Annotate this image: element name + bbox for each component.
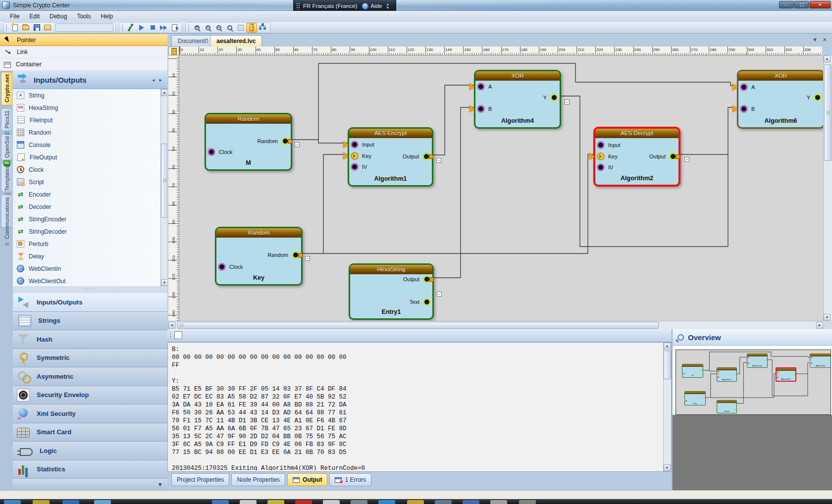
menu-edit[interactable]: Edit [24, 11, 45, 21]
ruler-toggle-button[interactable] [246, 23, 257, 33]
category-inputs-outputs[interactable]: Inputs/Outputs [13, 293, 167, 312]
node-algorithm2[interactable]: AES DecryptInputKeyIVOutputAlgorithm2 [593, 127, 680, 187]
port-input[interactable]: Input [595, 141, 678, 149]
rail-tab-crypto-net[interactable]: Crypto.net [1, 72, 12, 105]
tab-close-icon[interactable]: ✕ [823, 37, 827, 43]
category-symmetric[interactable]: Symmetric [13, 349, 167, 368]
taskbar-icon[interactable] [323, 500, 340, 504]
collapse-box[interactable]: − [437, 292, 442, 297]
tab-output[interactable]: Output [287, 473, 327, 486]
maximize-button[interactable]: ▢ [794, 1, 809, 8]
port-iv[interactable]: IV [349, 163, 432, 171]
category-hash[interactable]: Hash [13, 330, 167, 349]
rail-tab-openssl[interactable]: OpenSsl [1, 134, 12, 160]
new-file-button[interactable] [9, 23, 20, 33]
collapse-box[interactable]: − [305, 256, 310, 261]
output-checkbox[interactable] [174, 331, 182, 339]
canvas-vertical-scrollbar[interactable]: ▲ ▼ [823, 55, 832, 321]
palette-item-string[interactable]: String [13, 89, 167, 101]
zoom-in-button[interactable] [192, 23, 203, 33]
stop-button[interactable] [147, 23, 158, 33]
export-button[interactable] [169, 23, 180, 33]
scroll-up-icon[interactable]: ▲ [664, 343, 671, 350]
overview-toggle-button[interactable] [257, 23, 268, 33]
palette-item-script[interactable]: Script [13, 176, 167, 188]
help-icon[interactable]: ? [362, 3, 368, 9]
scroll-down-icon[interactable]: ▼ [824, 314, 831, 321]
palette-item-hexastring[interactable]: HexaString [13, 101, 167, 114]
palette-item-stringdecoder[interactable]: StringDecoder [13, 225, 167, 238]
taskbar-icon[interactable] [267, 500, 284, 504]
menu-file[interactable]: File [5, 11, 24, 21]
h-scroll-thumb[interactable] [177, 322, 659, 329]
taskbar-icon[interactable] [519, 500, 536, 504]
category-logic[interactable]: Logic [13, 442, 167, 460]
category-security-envelop[interactable]: Security Envelop [13, 386, 167, 405]
taskbar-icon[interactable] [295, 500, 312, 504]
collapse-box[interactable]: − [295, 142, 300, 147]
palette-item-clock[interactable]: Clock [13, 163, 167, 176]
close-button[interactable]: ✕ [810, 1, 831, 8]
tool-link[interactable]: Link [0, 46, 167, 58]
tab-node-properties[interactable]: Node Properties [231, 473, 285, 486]
palette-item-perturb[interactable]: Perturb [13, 238, 167, 250]
v-scroll-thumb[interactable] [824, 64, 832, 161]
open-file-button[interactable] [20, 23, 31, 33]
language-label[interactable]: FR Français (France) [303, 3, 357, 9]
doc-tab-document0[interactable]: Document0 [171, 35, 214, 47]
output-scrollbar[interactable]: ▲ ▼ [663, 343, 671, 471]
palette-item-decoder[interactable]: Decoder [13, 201, 167, 213]
taskbar-icon[interactable] [4, 500, 21, 504]
palette-nav-chevrons[interactable]: ◂ ▸ [152, 77, 163, 83]
menu-debug[interactable]: Debug [45, 11, 72, 21]
palette-item-random[interactable]: Random [13, 126, 167, 139]
tool-container[interactable]: Container [0, 58, 167, 71]
output-scroll-thumb[interactable] [664, 351, 671, 379]
save-all-button[interactable] [42, 23, 53, 33]
palette-item-fileoutput[interactable]: FileOutput [13, 151, 167, 163]
chevron-down-icon[interactable]: ▾ [158, 481, 161, 488]
windows-taskbar[interactable] [0, 499, 832, 504]
scroll-up-icon[interactable]: ▲ [824, 55, 831, 62]
port-output[interactable]: Output [349, 152, 432, 160]
save-file-button[interactable] [31, 23, 42, 33]
port-y[interactable]: Y [738, 94, 823, 101]
category-statistics[interactable]: Statistics [13, 460, 167, 479]
toolbar-grip-icon[interactable] [121, 24, 123, 31]
language-bar-arrows-icon[interactable]: ▲▼ [386, 2, 389, 9]
palette-scroll-thumb[interactable] [161, 144, 167, 218]
menu-help[interactable]: Help [96, 11, 118, 21]
taskbar-icon[interactable] [240, 500, 257, 504]
port-random[interactable]: Random [206, 137, 291, 145]
drag-grip-icon[interactable] [169, 332, 171, 340]
zoom-fit-button[interactable] [224, 23, 235, 33]
tab-1-errors[interactable]: 1 Errors [329, 473, 371, 486]
taskbar-icon[interactable] [378, 500, 395, 504]
diagram-canvas[interactable]: RandomClockRandomMAES EncryptInputKeyIVO… [179, 55, 823, 321]
minimize-button[interactable]: — [779, 1, 794, 8]
collapse-box[interactable]: − [684, 157, 689, 162]
help-label[interactable]: Aide [370, 3, 382, 9]
doc-tab-aesaltered-lvc[interactable]: aesaltered.lvc [210, 35, 262, 47]
tab-list-icon[interactable]: ▼ [812, 37, 818, 43]
category-asymmetric[interactable]: Asymmetric [13, 367, 167, 386]
category-smart-card[interactable]: Smart Card [13, 423, 167, 442]
zoom-page-button[interactable] [213, 23, 224, 33]
port-clock[interactable]: Clock [216, 263, 301, 271]
port-output[interactable]: Output [595, 152, 678, 160]
taskbar-icon[interactable] [94, 500, 111, 504]
port-a[interactable]: A [738, 83, 823, 91]
node-entry1[interactable]: HexaStringOutputTextEntry1 [349, 263, 434, 320]
node-m[interactable]: RandomClockRandomM [205, 113, 292, 171]
scroll-down-icon[interactable]: ▼ [161, 279, 167, 286]
taskbar-icon[interactable] [490, 500, 507, 504]
node-algorithm4[interactable]: XORABYAlgorithm4 [474, 70, 561, 129]
node-key[interactable]: RandomClockRandomKey [215, 227, 303, 286]
tab-project-properties[interactable]: Project Properties [171, 473, 229, 486]
palette-item-encoder[interactable]: Encoder [13, 188, 167, 201]
port-clock[interactable]: Clock [206, 148, 291, 156]
overview-minimap[interactable]: MAlgorithm1Algorithm4Algorithm2Algorithm… [676, 350, 831, 415]
taskbar-icon[interactable] [212, 500, 229, 504]
drag-grip-icon[interactable] [296, 2, 300, 9]
palette-item-fileinput[interactable]: FileInput [13, 114, 167, 126]
